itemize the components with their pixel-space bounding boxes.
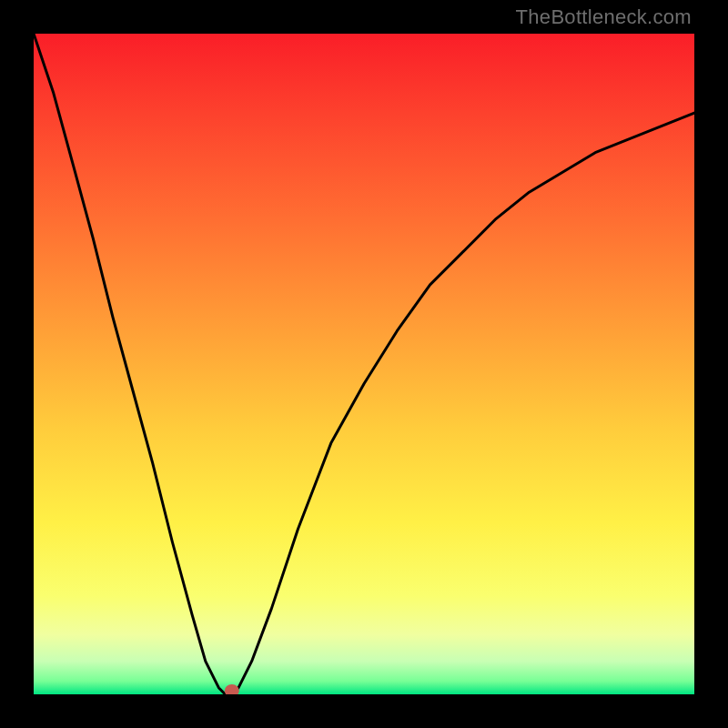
marker-dot [225,684,239,694]
plot-area [34,34,694,694]
attribution-text: TheBottleneck.com [516,5,692,29]
chart-container: TheBottleneck.com [0,0,728,728]
bottleneck-curve [34,34,694,694]
